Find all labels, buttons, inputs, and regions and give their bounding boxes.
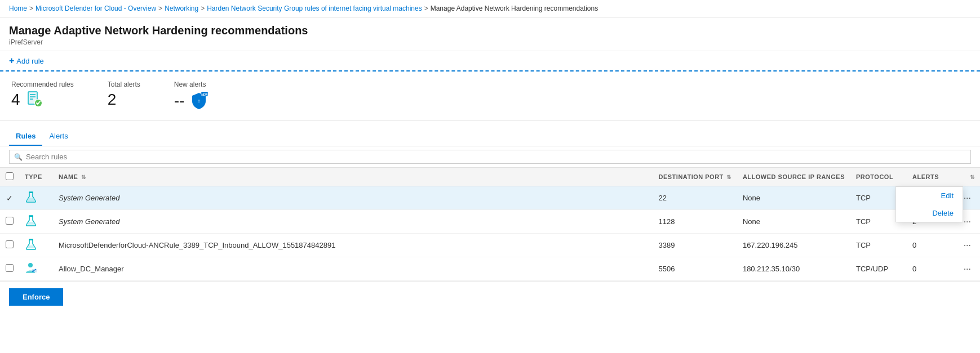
row4-checkbox[interactable] [6,264,14,272]
table-row: System Generated 1128 None TCP 2 ··· [0,210,980,234]
table-row: Allow_DC_Manager 5506 180.212.35.10/30 T… [0,257,980,281]
page-title: Manage Adaptive Network Hardening recomm… [9,24,971,37]
row1-type [19,186,53,210]
svg-rect-10 [29,216,33,217]
row1-actions: ··· Edit Delete [952,186,980,210]
select-all-checkbox[interactable] [6,172,14,180]
row3-actions: ··· [952,234,980,257]
row4-checkbox-cell[interactable] [0,257,19,281]
page-subtitle: iPrefServer [9,38,971,46]
row4-alerts: 0 [907,257,952,281]
person-edit-icon [25,262,37,274]
row2-type [19,210,53,234]
search-bar: 🔍 [0,146,980,168]
recommended-rules-label: Recommended rules [11,81,74,88]
breadcrumb-defender[interactable]: Microsoft Defender for Cloud - Overview [36,5,156,12]
row1-source-ip: None [737,186,850,210]
breadcrumb-networking[interactable]: Networking [165,5,198,12]
row3-alerts: 0 [907,234,952,257]
breadcrumb-harden[interactable]: Harden Network Security Group rules of i… [207,5,422,12]
beaker-icon [25,238,37,251]
recommended-rules-value: 4 [11,91,20,109]
name-sort-icon: ⇅ [81,174,86,180]
row3-source-ip: 167.220.196.245 [737,234,850,257]
rules-table: TYPE NAME ⇅ DESTINATION PORT ⇅ ALLOWED S… [0,168,980,281]
col-dest-port[interactable]: DESTINATION PORT ⇅ [653,168,737,186]
search-icon: 🔍 [14,153,23,161]
col-alerts: ALERTS [907,168,952,186]
row2-name: System Generated [53,210,653,234]
breadcrumb-home[interactable]: Home [9,5,27,12]
stat-recommended-rules: Recommended rules 4 [11,81,74,111]
row4-dest-port: 5506 [653,257,737,281]
stat-total-alerts: Total alerts 2 [108,81,140,111]
table-row: MicrosoftDefenderforCloud-ANCRule_3389_T… [0,234,980,257]
row4-name: Allow_DC_Manager [53,257,653,281]
row3-dest-port: 3389 [653,234,737,257]
plus-icon: + [9,56,14,66]
add-rule-button[interactable]: + Add rule [9,56,44,66]
col-protocol: PROTOCOL [850,168,907,186]
row2-dest-port: 1128 [653,210,737,234]
row1-checkmark: ✓ [6,194,13,203]
row1-name: System Generated [53,186,653,210]
row3-checkbox[interactable] [6,240,14,248]
toolbar: + Add rule [0,51,980,72]
beaker-icon [25,215,37,227]
col-checkbox [0,168,19,186]
stat-new-alerts: New alerts -- ! NEW [174,81,210,111]
stats-row: Recommended rules 4 Total alerts 2 New a… [0,72,980,120]
col-source-ip: ALLOWED SOURCE IP RANGES [737,168,850,186]
new-alerts-value: -- [174,92,185,110]
dest-port-sort-icon: ⇅ [726,174,731,180]
row4-actions: ··· [952,257,980,281]
row2-checkbox[interactable] [6,217,14,225]
row1-checkbox-cell[interactable]: ✓ [0,186,19,210]
row2-checkbox-cell[interactable] [0,210,19,234]
svg-rect-9 [29,192,33,193]
tabs-row: Rules Alerts [0,127,980,146]
footer: Enforce [0,281,980,312]
row3-name: MicrosoftDefenderforCloud-ANCRule_3389_T… [53,234,653,257]
table-wrap: TYPE NAME ⇅ DESTINATION PORT ⇅ ALLOWED S… [0,168,980,281]
new-alerts-label: New alerts [174,81,210,88]
row3-more-button[interactable]: ··· [960,239,974,252]
add-rule-label: Add rule [16,57,43,65]
actions-sort-icon: ⇅ [970,174,975,180]
total-alerts-label: Total alerts [108,81,140,88]
col-name[interactable]: NAME ⇅ [53,168,653,186]
table-header-row: TYPE NAME ⇅ DESTINATION PORT ⇅ ALLOWED S… [0,168,980,186]
total-alerts-value: 2 [108,91,117,109]
row3-protocol: TCP [850,234,907,257]
row3-type [19,234,53,257]
new-alerts-icon: ! NEW [189,91,209,111]
beaker-icon [25,191,37,203]
page-header: Manage Adaptive Network Hardening recomm… [0,17,980,51]
breadcrumb-current: Manage Adaptive Network Hardening recomm… [431,5,598,12]
row1-dest-port: 22 [653,186,737,210]
row4-source-ip: 180.212.35.10/30 [737,257,850,281]
enforce-button[interactable]: Enforce [9,288,63,306]
row4-protocol: TCP/UDP [850,257,907,281]
col-actions: ⇅ [952,168,980,186]
svg-text:!: ! [198,99,200,104]
tab-alerts[interactable]: Alerts [42,127,74,146]
tab-rules[interactable]: Rules [9,127,42,146]
context-menu-delete[interactable]: Delete [896,204,963,222]
recommended-rules-icon [25,91,43,109]
row2-source-ip: None [737,210,850,234]
svg-rect-11 [29,239,33,240]
svg-text:NEW: NEW [202,93,209,96]
context-menu-edit[interactable]: Edit [896,187,963,204]
col-type: TYPE [19,168,53,186]
breadcrumb: Home > Microsoft Defender for Cloud - Ov… [0,0,980,17]
context-menu: Edit Delete [895,186,963,222]
row3-checkbox-cell[interactable] [0,234,19,257]
svg-point-12 [28,263,33,267]
table-row: ✓ System Generated 22 None TCP 0 ··· [0,186,980,210]
search-input[interactable] [26,153,966,161]
row4-type [19,257,53,281]
row4-more-button[interactable]: ··· [960,263,974,275]
